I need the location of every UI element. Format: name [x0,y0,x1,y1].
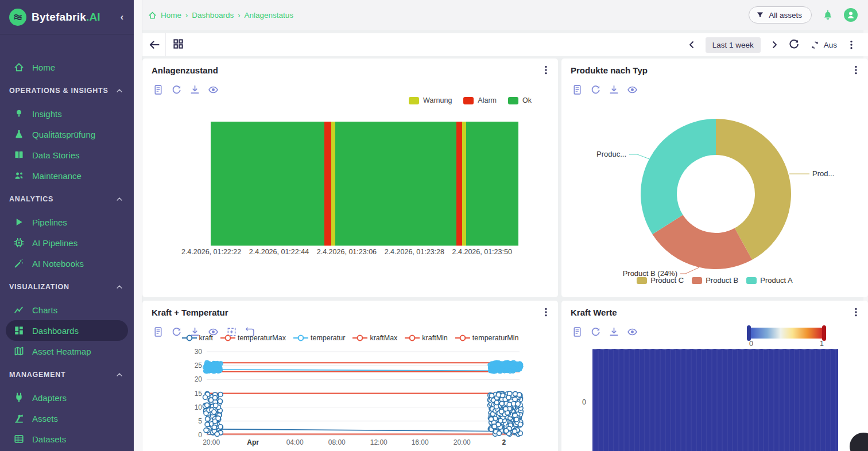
hide-icon[interactable] [627,326,638,337]
breadcrumb-separator: › [238,11,240,20]
panel-kraft-temperatur: Kraft + Temperatur krafttemperaturMaxtem… [142,301,558,451]
auto-refresh-toggle[interactable]: Aus [810,40,837,50]
sidebar-item-label: Data Stories [32,150,80,160]
sidebar-item-insights[interactable]: Insights [6,103,128,124]
legend-label: Ok [522,96,532,104]
chip-icon [14,238,24,248]
status-legend: WarnungAlarmOk [409,96,532,104]
nav-section-visualization[interactable]: VISUALIZATION [0,279,134,295]
status-segment-warnung[interactable] [462,122,467,246]
back-button[interactable] [148,38,161,51]
scatter-cluster-kraft[interactable] [203,391,223,436]
sidebar-item-qualit-tspr-fung[interactable]: Qualitätsprüfung [6,124,128,145]
sidebar-item-asset-heatmap[interactable]: Asset Heatmap [6,341,128,361]
panel-kebab-menu[interactable] [541,65,551,75]
legend-item-warnung[interactable]: Warnung [409,96,452,104]
nav-section-label: ANALYTICS [9,195,53,203]
flask-icon [14,129,24,139]
time-range-next-icon[interactable] [770,40,779,49]
sidebar-item-assets[interactable]: Assets [6,408,128,429]
wand-icon [14,258,24,269]
status-segment-alarm[interactable] [324,122,331,246]
legend-swatch [409,97,419,104]
legend-item-product-a[interactable]: Product A [746,276,792,285]
grid-icon [14,325,24,336]
status-segment-ok[interactable] [211,122,324,246]
restore-icon[interactable] [171,84,182,95]
colorbar-max-handle[interactable] [822,325,826,341]
status-segment-alarm[interactable] [456,122,462,246]
donut-chart[interactable]: Produc...Prod...Product B (24%) [561,59,868,297]
hide-icon[interactable] [208,84,219,95]
sidebar-item-label: Pipelines [32,217,67,227]
legend-item-ok[interactable]: Ok [508,96,532,104]
y-tick-label: 5 [198,417,202,425]
heatmap-surface[interactable] [592,349,838,451]
logo-row: Bytefabrik.AI ‹ [0,0,134,34]
status-x-axis: 2.4.2026, 01:22:222.4.2026, 01:22:442.4.… [211,248,518,257]
time-range-selector[interactable]: Last 1 week [706,37,761,53]
scatter-cluster-temperatur[interactable] [488,360,523,374]
brand-name: Bytefabrik.AI [32,11,118,24]
sidebar-scrollbar[interactable] [134,0,142,451]
nav-section-operations-insights[interactable]: OPERATIONS & INSIGHTS [0,83,134,99]
panel-produkte-nach-typ: Produkte nach Typ Produc...Prod...Produc… [561,59,868,297]
line-scatter-chart[interactable]: 05101520253020:00Apr04:0008:0012:0016:00… [142,301,558,451]
save-image-icon[interactable] [189,84,200,95]
data-view-icon[interactable] [153,84,164,95]
legend-swatch [463,97,474,104]
sidebar-item-pipelines[interactable]: Pipelines [6,212,128,232]
sidebar-item-ai-pipelines[interactable]: AI Pipelines [6,232,128,253]
status-timeline-chart[interactable] [211,122,518,246]
nav-section-management[interactable]: MANAGEMENT [0,367,134,383]
grid-layout-icon[interactable] [173,38,185,51]
play-icon [14,217,24,227]
map-icon [14,346,24,356]
legend-item-product-c[interactable]: Product C [637,276,684,285]
series-line-temperatur[interactable] [210,370,510,371]
sidebar-collapse-icon[interactable]: ‹ [118,11,126,24]
refresh-button[interactable] [788,38,801,51]
sidebar-item-label: Asset Heatmap [32,347,91,356]
sidebar-item-dashboards[interactable]: Dashboards [6,320,128,341]
legend-item-alarm[interactable]: Alarm [463,96,497,104]
status-segment-ok[interactable] [335,122,457,246]
sidebar-item-ai-notebooks[interactable]: AI Notebooks [6,253,128,274]
colorbar-min-handle[interactable] [747,325,751,341]
scatter-cluster-temperatur[interactable] [203,360,223,374]
sidebar-item-label: Dashboards [32,326,79,336]
nav-section-analytics[interactable]: ANALYTICS [0,191,134,207]
save-image-icon[interactable] [609,326,619,337]
sidebar-item-maintenance[interactable]: Maintenance [6,165,128,186]
sidebar-item-home[interactable]: Home [6,57,128,77]
sidebar-item-label: Charts [32,305,57,315]
asset-filter-button[interactable]: All assets [749,6,812,24]
legend-item-product-b[interactable]: Product B [692,276,738,285]
status-segment-ok[interactable] [466,122,518,246]
heatmap-colorbar[interactable] [749,328,824,339]
user-avatar[interactable] [844,8,858,22]
breadcrumb-item-home[interactable]: Home [161,11,181,20]
scatter-cluster-kraft[interactable] [487,391,523,437]
restore-icon[interactable] [590,326,601,337]
panel-kebab-menu[interactable] [851,307,861,317]
y-tick-label: 30 [195,348,203,356]
sidebar-item-charts[interactable]: Charts [6,300,128,320]
sidebar-item-adapters[interactable]: Adapters [6,387,128,408]
breadcrumb-item-anlagenstatus[interactable]: Anlagenstatus [245,11,294,20]
series-line-kraft[interactable] [210,429,510,431]
sidebar-item-data-stories[interactable]: Data Stories [6,145,128,165]
x-tick-label: 16:00 [412,438,429,446]
notifications-bell-icon[interactable] [822,9,834,21]
book-icon [14,150,24,160]
panel-anlagenzustand: Anlagenzustand WarnungAlarmOk 2.4.2026, … [142,59,558,297]
sidebar-item-datasets[interactable]: Datasets [6,429,128,449]
toolbar-kebab-menu[interactable] [846,40,857,50]
legend-swatch [692,277,702,284]
data-view-icon[interactable] [572,326,583,337]
sidebar: Bytefabrik.AI ‹ HomeOPERATIONS & INSIGHT… [0,0,134,451]
donut-slice-product-a[interactable] [641,119,716,234]
nav-section-label: OPERATIONS & INSIGHTS [9,87,108,95]
breadcrumb-item-dashboards[interactable]: Dashboards [192,11,234,20]
time-range-prev-icon[interactable] [687,40,696,49]
